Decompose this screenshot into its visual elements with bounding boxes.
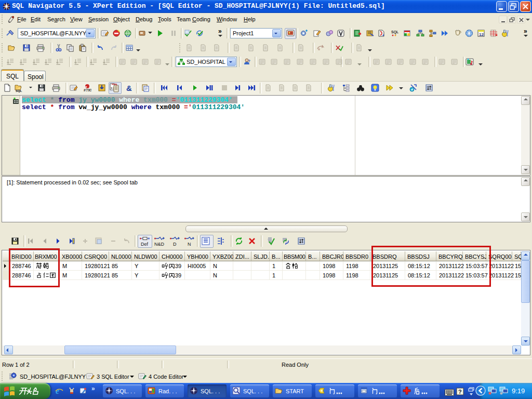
svg-text:N&D: N&D	[154, 242, 165, 246]
svg-text:Def: Def	[141, 242, 149, 246]
svg-text:#?X!: #?X!	[84, 88, 91, 92]
svg-text:N: N	[188, 242, 191, 246]
svg-text:SQL: SQL	[391, 30, 398, 34]
svg-text:12: 12	[479, 32, 484, 37]
svg-text:?: ?	[248, 59, 250, 63]
svg-text:?: ?	[458, 389, 462, 395]
svg-text:D: D	[173, 242, 177, 246]
